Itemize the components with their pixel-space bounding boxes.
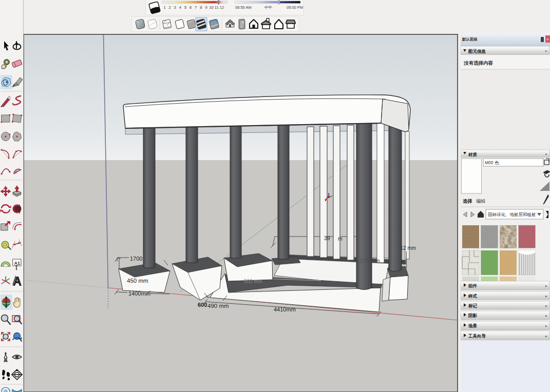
svg-text:阴影: 阴影	[468, 313, 478, 318]
svg-text:450 mm: 450 mm	[127, 278, 148, 284]
svg-text:1700: 1700	[130, 256, 142, 262]
svg-text:10: 10	[209, 5, 213, 10]
svg-text:7: 7	[195, 5, 197, 10]
svg-text:600: 600	[198, 302, 207, 308]
svg-text:×: ×	[545, 152, 547, 156]
svg-text:选择: 选择	[463, 199, 472, 204]
svg-text:1400mm: 1400mm	[128, 290, 150, 297]
svg-text:编辑: 编辑	[476, 199, 485, 204]
svg-text:图元信息: 图元信息	[468, 49, 486, 54]
svg-text:×: ×	[545, 304, 547, 308]
svg-text:06:55 AM: 06:55 AM	[235, 5, 252, 10]
svg-text:A1: A1	[14, 261, 21, 266]
svg-text:m: m	[338, 236, 343, 242]
svg-text:1: 1	[163, 5, 165, 10]
svg-text:M00 色: M00 色	[485, 160, 499, 165]
svg-text:1750mm: 1750mm	[360, 258, 380, 264]
svg-text:39: 39	[324, 235, 330, 241]
svg-text:4410mm: 4410mm	[274, 306, 296, 312]
svg-text:场景: 场景	[468, 323, 478, 328]
svg-text:×: ×	[545, 334, 547, 339]
svg-text:×: ×	[545, 313, 547, 318]
svg-text:×: ×	[545, 49, 547, 53]
svg-text:工具向导: 工具向导	[468, 334, 486, 339]
svg-text:05:00 PM: 05:00 PM	[287, 5, 303, 10]
svg-text:标记: 标记	[468, 303, 478, 308]
svg-text:组件: 组件	[468, 283, 478, 288]
svg-text:材质: 材质	[468, 152, 478, 157]
svg-text:12: 12	[220, 5, 224, 10]
svg-text:默认面板: 默认面板	[462, 37, 478, 42]
svg-text:5: 5	[184, 5, 186, 10]
svg-text:500 mm: 500 mm	[244, 279, 262, 284]
svg-text:490 mm: 490 mm	[207, 303, 229, 309]
svg-text:4: 4	[179, 5, 181, 10]
svg-text:没有选择内容: 没有选择内容	[463, 60, 494, 66]
svg-text:×: ×	[546, 37, 549, 42]
svg-text:3: 3	[174, 5, 176, 10]
svg-text:6: 6	[189, 5, 192, 10]
svg-text:8: 8	[200, 5, 202, 10]
svg-text:11: 11	[215, 5, 219, 10]
svg-text:9: 9	[205, 5, 207, 10]
svg-text:×: ×	[545, 324, 547, 328]
svg-text:园林绿化、地被层和植被: 园林绿化、地被层和植被	[488, 212, 536, 217]
svg-text:样式: 样式	[468, 293, 478, 299]
svg-text:×: ×	[545, 294, 547, 299]
svg-text:2: 2	[169, 5, 171, 10]
svg-text:×: ×	[545, 284, 547, 288]
svg-text:中午: 中午	[264, 5, 273, 10]
